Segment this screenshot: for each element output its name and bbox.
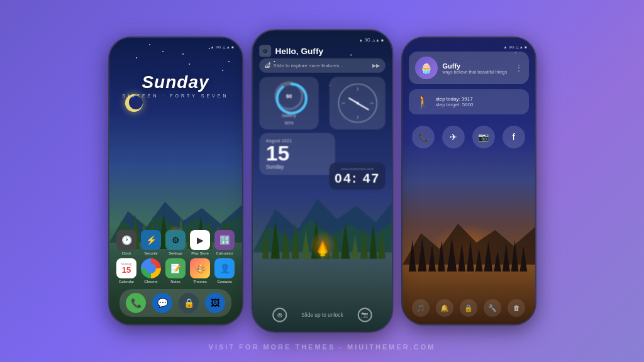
app-calendar[interactable]: Sunday 15 Calendar	[116, 258, 136, 283]
svg-marker-48	[502, 243, 509, 272]
dock: 📞 💬 🔒 🖼	[119, 289, 231, 317]
svg-marker-21	[262, 224, 269, 259]
clock-center	[356, 102, 358, 104]
svg-marker-39	[418, 238, 426, 272]
greeting-icon: ⚙	[259, 45, 271, 57]
bottom-bell[interactable]: 🔔	[436, 299, 453, 317]
phone3-bottom-bar: 🎵 🔔 🔒 🔧 🗑	[402, 299, 535, 317]
phone1-title: Sunday SIXTEEN · FORTY SEVEN	[109, 72, 242, 98]
date-weekday: Sunday	[265, 164, 328, 170]
kebab-icon[interactable]: ⋮	[515, 63, 523, 72]
date-widget: August 2021 15 Sunday	[259, 133, 335, 175]
phones-container: ▲ 3G △▲ ■	[108, 36, 536, 326]
camera-right-icon[interactable]: 📷	[357, 308, 372, 322]
app-notes[interactable]: 📝 Notes	[165, 258, 186, 283]
status-icons-1: ▲ 3G △▲ ■	[210, 45, 234, 49]
slide-unlock-text: Slide up to unlock	[301, 312, 343, 317]
slide-text: Slide to explore more features...	[273, 63, 369, 69]
dock-phone[interactable]: 📞	[126, 293, 146, 313]
svg-marker-46	[484, 241, 492, 272]
svg-marker-41	[437, 241, 445, 272]
greeting-text: Hello, Guffy	[275, 46, 323, 56]
battery-value: 90%	[284, 120, 294, 124]
quick-telegram[interactable]: ✈	[442, 126, 465, 148]
svg-marker-31	[360, 226, 367, 259]
time-digital: 04: 47	[334, 170, 379, 185]
app-chrome[interactable]: Chrome	[141, 258, 161, 283]
quick-instagram[interactable]: 📷	[472, 126, 495, 148]
time-subtitle: SIXTEEN · FORTY SEVEN	[109, 94, 242, 98]
phone-2: ▲ 3G △▲ ■ ⚙ Hello, Guffy	[251, 30, 393, 333]
svg-marker-43	[458, 243, 465, 272]
app-row-1: 🕐 Clock ⚡ Security ⚙ Settings ▶	[109, 230, 242, 255]
step-target: step target: 5000	[436, 102, 474, 107]
analog-clock	[337, 84, 377, 123]
step-icon: 🚶	[415, 94, 431, 109]
user-desc: ways believe that beautiful things	[443, 70, 508, 74]
dock-messages[interactable]: 💬	[152, 293, 172, 313]
quick-facebook[interactable]: f	[502, 126, 525, 148]
battery-percent: 90	[286, 93, 291, 99]
svg-marker-45	[475, 248, 482, 272]
dock-lock[interactable]: 🔒	[179, 293, 199, 313]
app-security[interactable]: ⚡ Security	[141, 230, 161, 255]
slide-bar[interactable]: 🏕 Slide to explore more features... ▶▶	[259, 58, 386, 73]
dock-gallery[interactable]: 🖼	[205, 293, 225, 313]
time-widget: www.miuithemes.store 04: 47	[329, 163, 385, 190]
phone2-bottom: ◎ Slide up to unlock 📷	[252, 308, 392, 322]
svg-marker-24	[291, 222, 299, 259]
camera-left-icon[interactable]: ◎	[272, 308, 287, 322]
status-bar-3: ▲ 3G △▲ ■	[402, 41, 535, 52]
bottom-trash[interactable]: 🗑	[508, 299, 525, 317]
bottom-lock[interactable]: 🔒	[460, 299, 477, 317]
slide-icon: 🏕	[264, 62, 270, 69]
svg-marker-40	[428, 244, 436, 272]
svg-marker-30	[351, 234, 358, 259]
svg-marker-23	[282, 228, 289, 259]
app-row-2: Sunday 15 Calendar Chrome 📝	[109, 258, 242, 283]
app-contacts[interactable]: 👤 Contacts	[214, 258, 235, 283]
user-avatar: 🧁	[415, 57, 438, 79]
svg-marker-33	[377, 229, 385, 259]
phone-3: ▲ 3G △▲ ■ 🧁 Guffy ways bel	[401, 36, 536, 326]
quick-actions: 📞 ✈ 📷 f	[409, 126, 529, 148]
svg-marker-50	[519, 246, 527, 272]
svg-marker-42	[447, 238, 457, 272]
step-today: step today: 3917	[436, 96, 474, 102]
svg-marker-44	[467, 240, 474, 272]
svg-marker-38	[408, 240, 416, 272]
clock-widget	[329, 77, 385, 129]
svg-marker-29	[340, 224, 349, 259]
date-day: 15	[265, 143, 328, 164]
greeting-bar: ⚙ Hello, Guffy	[259, 45, 386, 57]
svg-marker-47	[494, 251, 501, 272]
battery-widget: 90 battery 90%	[259, 77, 319, 129]
app-themes[interactable]: 🎨 Themes	[190, 258, 210, 283]
app-playstore[interactable]: ▶ Play Store	[190, 230, 210, 255]
quick-phone[interactable]: 📞	[412, 126, 435, 148]
phone-1: ▲ 3G △▲ ■	[108, 36, 243, 326]
battery-ring: 90	[274, 81, 303, 110]
app-clock[interactable]: 🕐 Clock	[116, 230, 136, 255]
user-name: Guffy	[443, 62, 508, 70]
app-calculator[interactable]: 🔢 Calculator	[214, 230, 235, 255]
day-name: Sunday	[109, 72, 242, 92]
slide-right-icon: ▶▶	[372, 63, 380, 69]
step-card: 🚶 step today: 3917 step target: 5000	[409, 89, 529, 114]
notification-card: 🧁 Guffy ways believe that beautiful thin…	[409, 52, 529, 84]
minute-hand	[357, 102, 369, 110]
bottom-music[interactable]: 🎵	[412, 299, 430, 317]
svg-marker-22	[270, 221, 279, 259]
status-bar-1: ▲ 3G △▲ ■	[109, 41, 242, 52]
app-settings[interactable]: ⚙ Settings	[165, 230, 186, 255]
watermark: VISIT FOR MORE THEMES - MIUITHEMER.COM	[209, 343, 436, 351]
background: ▲ 3G △▲ ■	[108, 36, 536, 326]
svg-marker-32	[369, 222, 377, 259]
date-month-year: August 2021	[265, 138, 328, 143]
svg-marker-49	[511, 240, 518, 272]
bottom-settings[interactable]: 🔧	[484, 299, 501, 317]
status-bar-2: ▲ 3G △▲ ■	[252, 35, 392, 45]
